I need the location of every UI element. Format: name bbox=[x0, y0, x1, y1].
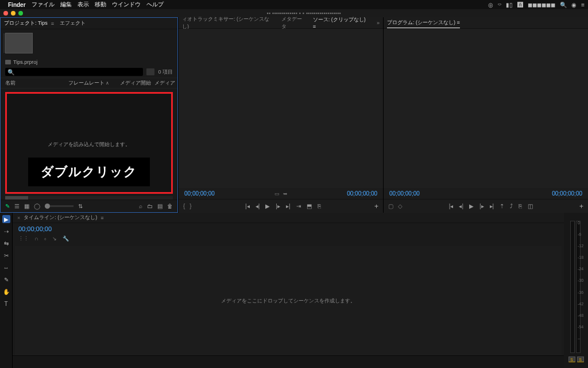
status-input-icon[interactable]: 🅰 bbox=[517, 2, 523, 8]
slip-tool-icon[interactable]: ↔ bbox=[2, 263, 10, 271]
write-mode-icon[interactable]: ✎ bbox=[5, 203, 10, 209]
ripple-edit-tool-icon[interactable]: ⇆ bbox=[2, 239, 10, 247]
mark-clip-icon[interactable]: ◇ bbox=[398, 203, 403, 209]
search-folder-button[interactable] bbox=[146, 68, 154, 75]
mark-out-icon[interactable]: } bbox=[189, 203, 191, 209]
step-forward-icon[interactable]: |▸ bbox=[479, 203, 484, 209]
new-bin-icon[interactable]: 🗀 bbox=[147, 203, 153, 209]
panel-menu-icon[interactable]: ≡ bbox=[457, 20, 460, 25]
export-frame-icon[interactable]: ⎘ bbox=[318, 203, 321, 209]
master-solo-row: S S bbox=[564, 356, 588, 368]
lift-icon[interactable]: ⇡ bbox=[500, 203, 504, 209]
status-system-icon[interactable]: ◎ bbox=[488, 2, 493, 8]
export-frame-icon[interactable]: ⎘ bbox=[519, 203, 522, 209]
wrench-icon[interactable]: 🔧 bbox=[63, 236, 69, 241]
add-marker-icon[interactable]: ▢ bbox=[388, 203, 393, 209]
mark-in-icon[interactable]: { bbox=[183, 203, 185, 209]
tab-program[interactable]: プログラム: (シーケンスなし) ≡ bbox=[387, 18, 460, 28]
program-timecode-in[interactable]: 00;00;00;00 bbox=[389, 190, 420, 197]
snap-icon[interactable]: ⋮⋮ bbox=[18, 236, 29, 241]
timeline-settings-icon[interactable]: ↘ bbox=[52, 236, 57, 241]
step-back-icon[interactable]: ◂| bbox=[459, 203, 463, 209]
panel-menu-icon[interactable]: ≡ bbox=[313, 24, 316, 29]
insert-icon[interactable]: ⇥ bbox=[296, 203, 301, 209]
zoom-slider[interactable] bbox=[45, 205, 74, 207]
go-to-in-icon[interactable]: |◂ bbox=[245, 203, 250, 209]
button-editor-icon[interactable]: + bbox=[579, 202, 583, 210]
menu-file[interactable]: ファイル bbox=[32, 1, 55, 9]
sort-icon[interactable]: ⇅ bbox=[78, 203, 83, 209]
menu-edit[interactable]: 編集 bbox=[60, 1, 72, 9]
go-to-out-icon[interactable]: ▸| bbox=[286, 203, 291, 209]
project-name-row: Tips.prproj bbox=[1, 58, 177, 66]
timeline-toolstrip: ▶ ⇢ ⇆ ✂ ↔ ✎ ✋ T bbox=[0, 213, 13, 368]
razor-tool-icon[interactable]: ✂ bbox=[2, 251, 10, 259]
panel-menu-icon[interactable]: ≡ bbox=[100, 215, 103, 221]
new-item-icon[interactable]: ▤ bbox=[157, 203, 163, 209]
fullscreen-window-button[interactable] bbox=[18, 11, 23, 16]
icon-view-icon[interactable]: ▦ bbox=[24, 203, 29, 209]
step-forward-icon[interactable]: |▸ bbox=[276, 203, 280, 209]
timeline-timecode[interactable]: 00;00;00;00 bbox=[18, 225, 52, 232]
program-viewer[interactable] bbox=[384, 29, 588, 188]
menu-help[interactable]: ヘルプ bbox=[146, 1, 164, 9]
source-viewer[interactable] bbox=[179, 29, 383, 188]
menu-view[interactable]: 表示 bbox=[78, 1, 89, 9]
add-marker-icon[interactable]: ⬨ bbox=[44, 236, 47, 241]
extract-icon[interactable]: ⤴ bbox=[510, 203, 513, 209]
siri-icon[interactable]: ◉ bbox=[571, 2, 577, 8]
delete-icon[interactable]: 🗑 bbox=[167, 203, 173, 209]
battery-icon[interactable]: ▮▯ bbox=[506, 2, 513, 8]
type-tool-icon[interactable]: T bbox=[2, 300, 10, 308]
fit-icon[interactable]: ▭ bbox=[274, 191, 280, 197]
solo-right-button[interactable]: S bbox=[577, 356, 584, 362]
col-header-media[interactable]: メディア bbox=[154, 79, 177, 87]
play-icon[interactable]: ▶ bbox=[265, 203, 270, 209]
project-search-input[interactable] bbox=[14, 68, 141, 76]
list-view-icon[interactable]: ☰ bbox=[14, 203, 20, 209]
minimize-window-button[interactable] bbox=[11, 11, 16, 16]
pen-tool-icon[interactable]: ✎ bbox=[2, 275, 10, 283]
timeline-tab-close-icon[interactable]: × bbox=[17, 215, 20, 221]
col-header-media-start[interactable]: メディア開始 bbox=[120, 79, 154, 87]
project-thumbnail[interactable] bbox=[5, 33, 33, 53]
solo-left-button[interactable]: S bbox=[568, 356, 575, 362]
selection-tool-icon[interactable]: ▶ bbox=[2, 215, 10, 223]
tab-project[interactable]: プロジェクト: Tips ≡ bbox=[4, 20, 54, 27]
close-window-button[interactable] bbox=[3, 11, 8, 16]
col-header-name[interactable]: 名前 bbox=[5, 79, 68, 87]
spotlight-icon[interactable]: 🔍 bbox=[560, 2, 567, 8]
timeline-drop-area[interactable]: メディアをここにドロップしてシーケンスを作成します。 bbox=[15, 246, 562, 355]
drag-video-icon[interactable]: ➥ bbox=[283, 191, 288, 197]
tab-timeline[interactable]: タイムライン: (シーケンスなし) bbox=[24, 214, 97, 221]
status-wifi-icon[interactable]: ⌔ bbox=[498, 2, 501, 8]
comparison-view-icon[interactable]: ◫ bbox=[528, 203, 533, 209]
panel-menu-icon[interactable]: ≡ bbox=[51, 21, 54, 26]
program-timecode-out[interactable]: 00;00;00;00 bbox=[552, 190, 582, 197]
status-date[interactable]: ◼◼◼◼◼◼ bbox=[528, 2, 555, 8]
more-tabs-icon[interactable]: » bbox=[377, 20, 380, 26]
source-timecode-out[interactable]: 00;00;00;00 bbox=[347, 190, 377, 197]
button-editor-icon[interactable]: + bbox=[374, 202, 378, 210]
media-drop-area[interactable]: メディアを読み込んで開始します。 ダブルクリック bbox=[5, 92, 173, 194]
find-icon[interactable]: ⌕ bbox=[139, 203, 142, 209]
go-to-out-icon[interactable]: ▸| bbox=[490, 203, 494, 209]
project-search-box[interactable]: 🔍 bbox=[5, 68, 143, 76]
play-icon[interactable]: ▶ bbox=[469, 203, 474, 209]
hand-tool-icon[interactable]: ✋ bbox=[2, 288, 10, 296]
tab-effects[interactable]: エフェクト bbox=[60, 20, 86, 27]
source-timecode-in[interactable]: 00;00;00;00 bbox=[184, 190, 215, 197]
step-back-icon[interactable]: ◂| bbox=[256, 203, 260, 209]
overwrite-icon[interactable]: ⬒ bbox=[307, 203, 312, 209]
menu-go[interactable]: 移動 bbox=[95, 1, 106, 9]
go-to-in-icon[interactable]: |◂ bbox=[449, 203, 454, 209]
col-header-framerate[interactable]: フレームレート ∧ bbox=[68, 79, 120, 87]
linked-selection-icon[interactable]: ∩ bbox=[34, 236, 38, 241]
project-search-row: 🔍 0 項目 bbox=[1, 66, 177, 78]
notification-icon[interactable]: ≡ bbox=[581, 2, 585, 8]
finder-app-name[interactable]: Finder bbox=[8, 2, 26, 8]
freeform-view-icon[interactable]: ◯ bbox=[34, 203, 40, 209]
menu-window[interactable]: ウインドウ bbox=[112, 1, 141, 9]
project-panel-tabs: プロジェクト: Tips ≡ エフェクト bbox=[1, 18, 177, 29]
track-select-tool-icon[interactable]: ⇢ bbox=[2, 227, 10, 235]
